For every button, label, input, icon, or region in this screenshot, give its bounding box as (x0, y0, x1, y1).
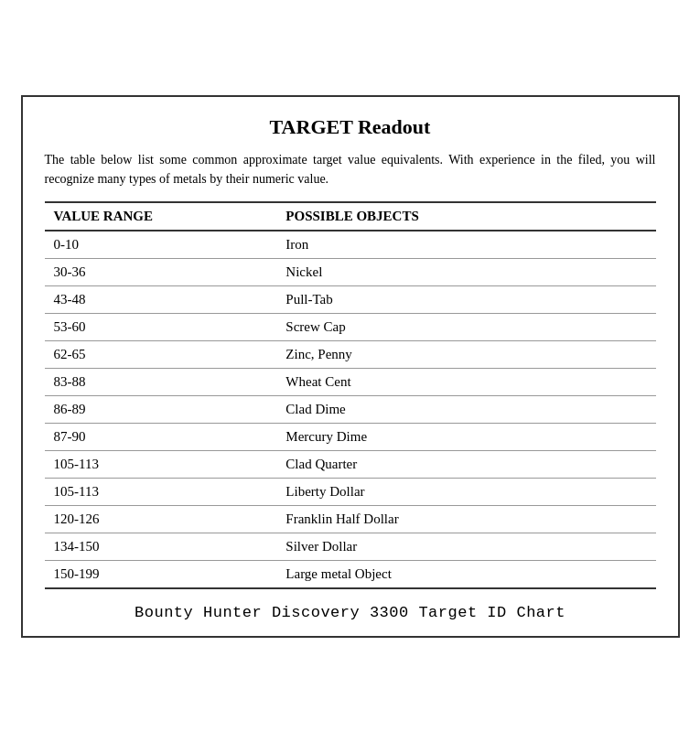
col-header-possible-objects: POSSIBLE OBJECTS (276, 202, 655, 231)
main-container: TARGET Readout The table below list some… (21, 95, 680, 638)
cell-object: Iron (276, 231, 655, 259)
cell-object: Pull-Tab (276, 285, 655, 313)
cell-object: Wheat Cent (276, 368, 655, 395)
table-body: 0-10Iron30-36Nickel43-48Pull-Tab53-60Scr… (45, 231, 656, 588)
cell-value-range: 87-90 (45, 423, 277, 450)
cell-value-range: 150-199 (45, 560, 277, 588)
table-row: 43-48Pull-Tab (45, 285, 656, 313)
cell-object: Clad Dime (276, 395, 655, 423)
cell-value-range: 53-60 (45, 313, 277, 340)
cell-value-range: 105-113 (45, 478, 277, 505)
table-row: 150-199Large metal Object (45, 560, 656, 588)
cell-object: Clad Quarter (276, 450, 655, 478)
cell-object: Large metal Object (276, 560, 655, 588)
cell-object: Mercury Dime (276, 423, 655, 450)
col-header-value-range: VALUE RANGE (45, 202, 277, 231)
cell-object: Franklin Half Dollar (276, 505, 655, 533)
target-table: VALUE RANGE POSSIBLE OBJECTS 0-10Iron30-… (45, 201, 656, 589)
cell-value-range: 0-10 (45, 231, 277, 259)
table-row: 105-113Clad Quarter (45, 450, 656, 478)
table-row: 105-113Liberty Dollar (45, 478, 656, 505)
table-row: 87-90Mercury Dime (45, 423, 656, 450)
cell-value-range: 83-88 (45, 368, 277, 395)
table-row: 62-65Zinc, Penny (45, 340, 656, 368)
description-text: The table below list some common approxi… (45, 150, 656, 188)
table-row: 86-89Clad Dime (45, 395, 656, 423)
cell-value-range: 43-48 (45, 285, 277, 313)
cell-object: Silver Dollar (276, 533, 655, 560)
page-title: TARGET Readout (45, 115, 656, 139)
table-row: 53-60Screw Cap (45, 313, 656, 340)
table-row: 0-10Iron (45, 231, 656, 259)
table-header-row: VALUE RANGE POSSIBLE OBJECTS (45, 202, 656, 231)
table-row: 120-126Franklin Half Dollar (45, 505, 656, 533)
cell-object: Nickel (276, 258, 655, 285)
cell-object: Liberty Dollar (276, 478, 655, 505)
cell-value-range: 62-65 (45, 340, 277, 368)
cell-value-range: 120-126 (45, 505, 277, 533)
cell-value-range: 105-113 (45, 450, 277, 478)
table-row: 83-88Wheat Cent (45, 368, 656, 395)
cell-value-range: 30-36 (45, 258, 277, 285)
cell-object: Screw Cap (276, 313, 655, 340)
table-row: 134-150Silver Dollar (45, 533, 656, 560)
caption-bar: Bounty Hunter Discovery 3300 Target ID C… (45, 604, 656, 621)
cell-value-range: 86-89 (45, 395, 277, 423)
cell-value-range: 134-150 (45, 533, 277, 560)
cell-object: Zinc, Penny (276, 340, 655, 368)
table-row: 30-36Nickel (45, 258, 656, 285)
